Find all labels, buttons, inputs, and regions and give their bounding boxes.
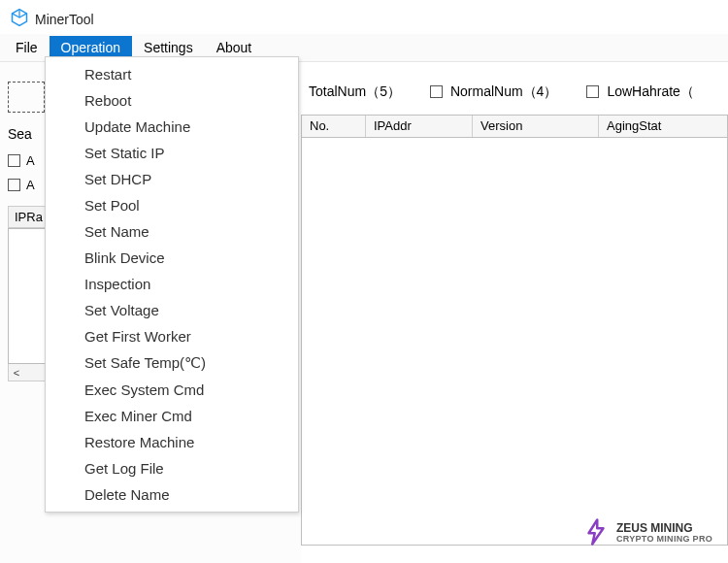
column-version[interactable]: Version — [473, 116, 599, 137]
menu-item-exec-miner-cmd[interactable]: Exec Miner Cmd — [46, 403, 298, 429]
menu-item-update-machine[interactable]: Update Machine — [46, 114, 298, 140]
checkbox-label: A — [26, 153, 35, 168]
menu-item-reboot[interactable]: Reboot — [46, 87, 298, 114]
low-hashrate-wrapper: LowHahrate（ — [586, 83, 694, 101]
watermark: ZEUS MINING CRYPTO MINING PRO — [581, 517, 712, 549]
right-panel: TotalNum（5） NormalNum（4） LowHahrate（ No.… — [301, 62, 728, 563]
app-title: MinerTool — [35, 12, 94, 27]
menu-item-exec-system-cmd[interactable]: Exec System Cmd — [46, 377, 298, 403]
scroll-left-icon[interactable]: < — [9, 367, 24, 379]
menu-item-blink-device[interactable]: Blink Device — [46, 245, 298, 271]
normal-num-wrapper: NormalNum（4） — [430, 83, 557, 101]
checkbox-icon[interactable] — [8, 179, 20, 191]
watermark-text: ZEUS MINING CRYPTO MINING PRO — [616, 522, 712, 544]
normal-num-label: NormalNum（4） — [450, 83, 557, 99]
menu-item-set-voltage[interactable]: Set Voltage — [46, 297, 298, 323]
column-no[interactable]: No. — [302, 116, 366, 137]
column-ipaddr[interactable]: IPAddr — [366, 116, 473, 137]
table-body[interactable] — [301, 138, 728, 546]
column-agingstat[interactable]: AgingStat — [599, 116, 723, 137]
checkbox-icon[interactable] — [8, 154, 20, 167]
stats-row: TotalNum（5） NormalNum（4） LowHahrate（ — [301, 83, 728, 115]
low-hashrate-checkbox[interactable] — [586, 85, 599, 98]
low-hashrate-label: LowHahrate（ — [607, 83, 694, 99]
app-icon — [10, 8, 29, 30]
normal-num-checkbox[interactable] — [430, 85, 443, 98]
menu-item-get-first-worker[interactable]: Get First Worker — [46, 323, 298, 349]
menu-item-set-dhcp[interactable]: Set DHCP — [46, 166, 298, 192]
menu-item-set-static-ip[interactable]: Set Static IP — [46, 140, 298, 166]
operation-dropdown: Restart Reboot Update Machine Set Static… — [45, 56, 299, 513]
ip-range-label-truncated: IPRa — [8, 206, 49, 228]
title-bar: MinerTool — [0, 0, 728, 34]
dashed-placeholder — [8, 82, 45, 113]
menu-item-inspection[interactable]: Inspection — [46, 271, 298, 297]
watermark-line2: CRYPTO MINING PRO — [616, 535, 712, 544]
menu-item-set-safe-temp[interactable]: Set Safe Temp(℃) — [46, 349, 298, 377]
menu-item-delete-name[interactable]: Delete Name — [46, 481, 298, 508]
menu-item-set-pool[interactable]: Set Pool — [46, 192, 298, 218]
checkbox-label: A — [26, 178, 35, 192]
total-num-label: TotalNum（5） — [309, 83, 401, 101]
watermark-icon — [581, 517, 611, 549]
menu-item-set-name[interactable]: Set Name — [46, 218, 298, 245]
menu-item-restore-machine[interactable]: Restore Machine — [46, 429, 298, 455]
menu-file[interactable]: File — [4, 36, 50, 59]
menu-item-restart[interactable]: Restart — [46, 61, 298, 87]
menu-item-get-log-file[interactable]: Get Log File — [46, 455, 298, 481]
table-header: No. IPAddr Version AgingStat — [301, 115, 728, 138]
